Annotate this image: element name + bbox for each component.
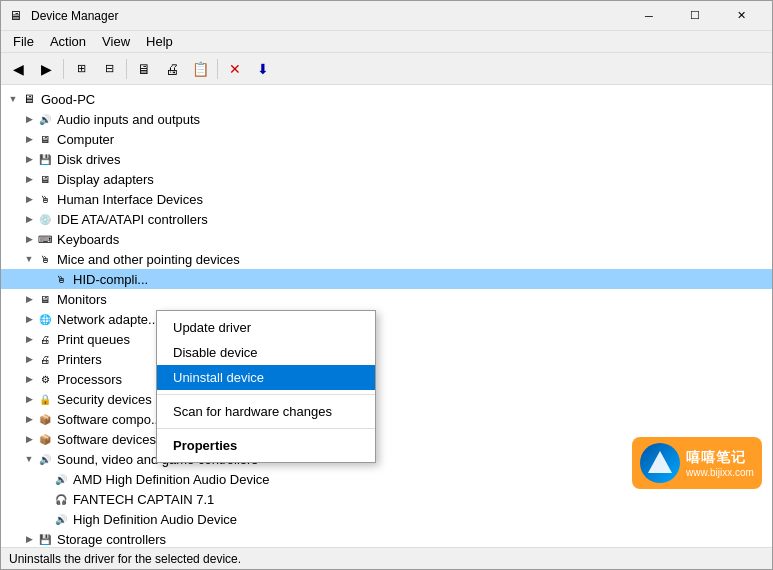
tree-keyboard[interactable]: ▶ ⌨ Keyboards — [1, 229, 772, 249]
ctx-scan-hardware[interactable]: Scan for hardware changes — [157, 399, 375, 424]
fantech-icon: 🎧 — [53, 491, 69, 507]
processors-label: Processors — [57, 372, 122, 387]
storage-icon: 💾 — [37, 531, 53, 547]
tree-printers[interactable]: ▶ 🖨 Printers — [1, 349, 772, 369]
network-label: Network adapte... — [57, 312, 159, 327]
processors-icon: ⚙ — [37, 371, 53, 387]
title-bar: 🖥 Device Manager ─ ☐ ✕ — [1, 1, 772, 31]
ctx-properties[interactable]: Properties — [157, 433, 375, 458]
amd-audio-icon: 🔊 — [53, 471, 69, 487]
audio-icon: 🔊 — [37, 111, 53, 127]
printq-icon: 🖨 — [37, 331, 53, 347]
menu-view[interactable]: View — [94, 32, 138, 51]
toolbar-uninstall[interactable]: ✕ — [222, 56, 248, 82]
swdev-icon: 📦 — [37, 431, 53, 447]
mice-label: Mice and other pointing devices — [57, 252, 240, 267]
device-tree[interactable]: ▼ 🖥 Good-PC ▶ 🔊 Audio inputs and outputs… — [1, 85, 772, 547]
status-bar: Uninstalls the driver for the selected d… — [1, 547, 772, 569]
tree-printq[interactable]: ▶ 🖨 Print queues — [1, 329, 772, 349]
swdev-label: Software devices — [57, 432, 156, 447]
hid-label: Human Interface Devices — [57, 192, 203, 207]
amd-audio-label: AMD High Definition Audio Device — [73, 472, 270, 487]
storage-label: Storage controllers — [57, 532, 166, 547]
monitors-expander: ▶ — [21, 291, 37, 307]
tree-disk[interactable]: ▶ 💾 Disk drives — [1, 149, 772, 169]
tree-mice[interactable]: ▼ 🖱 Mice and other pointing devices — [1, 249, 772, 269]
tree-display[interactable]: ▶ 🖥 Display adapters — [1, 169, 772, 189]
ctx-uninstall-device[interactable]: Uninstall device — [157, 365, 375, 390]
display-icon: 🖥 — [37, 171, 53, 187]
toolbar-sep-1 — [63, 59, 64, 79]
computer-label: Computer — [57, 132, 114, 147]
close-button[interactable]: ✕ — [718, 1, 764, 31]
hid-compliant-icon: 🖱 — [53, 271, 69, 287]
ide-icon: 💿 — [37, 211, 53, 227]
tree-root[interactable]: ▼ 🖥 Good-PC — [1, 89, 772, 109]
tree-storage[interactable]: ▶ 💾 Storage controllers — [1, 529, 772, 547]
monitors-label: Monitors — [57, 292, 107, 307]
storage-expander: ▶ — [21, 531, 37, 547]
app-icon: 🖥 — [9, 8, 25, 24]
swcompo-icon: 📦 — [37, 411, 53, 427]
status-text: Uninstalls the driver for the selected d… — [9, 552, 241, 566]
tree-hid-compliant[interactable]: ▶ 🖱 HID-compli... — [1, 269, 772, 289]
mice-expander: ▼ — [21, 251, 37, 267]
menu-file[interactable]: File — [5, 32, 42, 51]
toolbar-update[interactable]: ⬇ — [250, 56, 276, 82]
disk-expander: ▶ — [21, 151, 37, 167]
tree-monitors[interactable]: ▶ 🖥 Monitors — [1, 289, 772, 309]
menu-help[interactable]: Help — [138, 32, 181, 51]
toolbar: ◀ ▶ ⊞ ⊟ 🖥 🖨 📋 ✕ ⬇ — [1, 53, 772, 85]
toolbar-forward[interactable]: ▶ — [33, 56, 59, 82]
toolbar-back[interactable]: ◀ — [5, 56, 31, 82]
printers-expander: ▶ — [21, 351, 37, 367]
ctx-update-driver[interactable]: Update driver — [157, 315, 375, 340]
tree-computer[interactable]: ▶ 🖥 Computer — [1, 129, 772, 149]
ide-label: IDE ATA/ATAPI controllers — [57, 212, 208, 227]
toolbar-properties[interactable]: 🖥 — [131, 56, 157, 82]
ctx-sep-2 — [157, 428, 375, 429]
watermark-brand: 嘻嘻笔记 — [686, 449, 754, 467]
display-expander: ▶ — [21, 171, 37, 187]
mice-icon: 🖱 — [37, 251, 53, 267]
disk-icon: 💾 — [37, 151, 53, 167]
ctx-disable-device[interactable]: Disable device — [157, 340, 375, 365]
window-controls: ─ ☐ ✕ — [626, 1, 764, 31]
tree-audio[interactable]: ▶ 🔊 Audio inputs and outputs — [1, 109, 772, 129]
menu-bar: File Action View Help — [1, 31, 772, 53]
swdev-expander: ▶ — [21, 431, 37, 447]
tree-processors[interactable]: ▶ ⚙ Processors — [1, 369, 772, 389]
security-expander: ▶ — [21, 391, 37, 407]
security-icon: 🔒 — [37, 391, 53, 407]
hid-expander: ▶ — [21, 191, 37, 207]
hd-audio-label: High Definition Audio Device — [73, 512, 237, 527]
printq-label: Print queues — [57, 332, 130, 347]
swcompo-expander: ▶ — [21, 411, 37, 427]
watermark-box: 嘻嘻笔记 www.bijixx.com — [632, 437, 762, 489]
tree-hid[interactable]: ▶ 🖱 Human Interface Devices — [1, 189, 772, 209]
toolbar-collapse[interactable]: ⊟ — [96, 56, 122, 82]
toolbar-print[interactable]: 🖨 — [159, 56, 185, 82]
printers-icon: 🖨 — [37, 351, 53, 367]
network-expander: ▶ — [21, 311, 37, 327]
toolbar-expand[interactable]: ⊞ — [68, 56, 94, 82]
sound-expander: ▼ — [21, 451, 37, 467]
toolbar-scan[interactable]: 📋 — [187, 56, 213, 82]
ide-expander: ▶ — [21, 211, 37, 227]
svg-marker-0 — [648, 451, 672, 473]
display-label: Display adapters — [57, 172, 154, 187]
maximize-button[interactable]: ☐ — [672, 1, 718, 31]
tree-ide[interactable]: ▶ 💿 IDE ATA/ATAPI controllers — [1, 209, 772, 229]
watermark: 嘻嘻笔记 www.bijixx.com — [632, 437, 762, 517]
watermark-logo — [640, 443, 680, 483]
tree-network[interactable]: ▶ 🌐 Network adapte... — [1, 309, 772, 329]
tree-security[interactable]: ▶ 🔒 Security devices — [1, 389, 772, 409]
disk-label: Disk drives — [57, 152, 121, 167]
tree-swcompo[interactable]: ▶ 📦 Software compo... — [1, 409, 772, 429]
computer-expander: ▶ — [21, 131, 37, 147]
minimize-button[interactable]: ─ — [626, 1, 672, 31]
toolbar-sep-2 — [126, 59, 127, 79]
root-expander: ▼ — [5, 91, 21, 107]
keyboard-expander: ▶ — [21, 231, 37, 247]
menu-action[interactable]: Action — [42, 32, 94, 51]
